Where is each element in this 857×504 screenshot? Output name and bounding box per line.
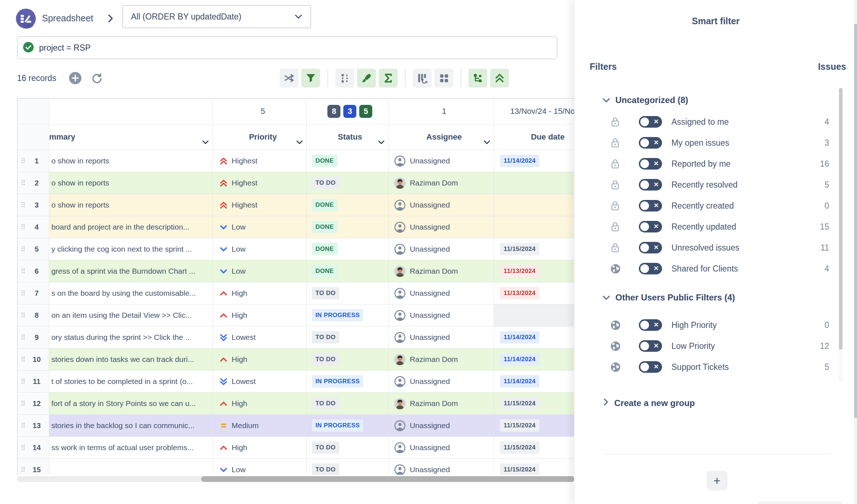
- drag-handle-icon[interactable]: ⠿: [21, 444, 26, 451]
- priority-cell[interactable]: Highest: [213, 172, 307, 194]
- due-date-cell[interactable]: 11/14/2024: [494, 326, 574, 348]
- filter-toggle[interactable]: ✕: [639, 361, 662, 373]
- sum-sigma-button[interactable]: [379, 69, 398, 87]
- assignee-cell[interactable]: Unassigned: [389, 150, 495, 172]
- row-number-cell[interactable]: ⠿ 4: [18, 216, 49, 238]
- assignee-cell[interactable]: Unassigned: [389, 304, 495, 326]
- drag-handle-icon[interactable]: ⠿: [21, 356, 26, 363]
- due-date-cell[interactable]: [494, 304, 574, 326]
- assignee-cell[interactable]: Unassigned: [389, 216, 495, 238]
- assignee-cell[interactable]: Raziman Dom: [389, 349, 495, 370]
- table-row[interactable]: ⠿ 3 o show in reports Highest DONE Unass…: [18, 194, 574, 216]
- drag-handle-icon[interactable]: ⠿: [21, 158, 26, 165]
- summary-cell[interactable]: fort of a story in Story Points so we ca…: [49, 393, 213, 414]
- chevron-down-icon[interactable]: [378, 137, 385, 147]
- drag-handle-icon[interactable]: ⠿: [21, 466, 26, 473]
- assignee-column-header[interactable]: Assignee: [389, 124, 495, 150]
- priority-cell[interactable]: Highest: [213, 150, 307, 172]
- assignee-cell[interactable]: Unassigned: [389, 194, 495, 216]
- due-date-cell[interactable]: 11/15/2024: [494, 437, 574, 458]
- table-row[interactable]: ⠿ 11 t of stories to be completed in a s…: [18, 371, 574, 393]
- filter-item[interactable]: ✕ Shared for Clients 4: [574, 258, 857, 279]
- due-date-cell[interactable]: 11/14/2024: [494, 371, 574, 392]
- summary-cell[interactable]: t of stories to be completed in a sprint…: [49, 371, 213, 392]
- status-cell[interactable]: DONE: [307, 260, 389, 282]
- filter-item[interactable]: ✕ High Priority 0: [574, 315, 857, 336]
- filter-item[interactable]: ✕ Recently created 0: [574, 195, 857, 216]
- filter-toggle[interactable]: ✕: [639, 158, 662, 170]
- row-number-cell[interactable]: ⠿ 11: [18, 371, 49, 392]
- drag-handle-icon[interactable]: ⠿: [21, 378, 26, 385]
- filter-item[interactable]: ✕ Recently resolved 5: [574, 174, 857, 195]
- summary-cell[interactable]: s on the board by using the customisable…: [49, 282, 213, 304]
- status-cell[interactable]: IN PROGRESS: [307, 304, 389, 326]
- row-number-cell[interactable]: ⠿ 10: [18, 349, 49, 370]
- status-cell[interactable]: TO DO: [307, 172, 389, 194]
- row-number-cell[interactable]: ⠿ 12: [18, 393, 49, 414]
- row-number-cell[interactable]: ⠿ 3: [18, 194, 49, 216]
- row-number-cell[interactable]: ⠿ 5: [18, 238, 49, 260]
- table-row[interactable]: ⠿ 5 y clicking the cog icon next to the …: [18, 238, 574, 260]
- table-row[interactable]: ⠿ 14 ss work in terms of actual user pro…: [18, 437, 574, 459]
- due-date-cell[interactable]: 11/14/2024: [494, 349, 574, 370]
- window-scrollbar-thumb[interactable]: [854, 24, 857, 418]
- filter-toggle[interactable]: ✕: [639, 340, 662, 352]
- assignee-cell[interactable]: Unassigned: [389, 371, 495, 392]
- due-date-cell[interactable]: [494, 194, 574, 216]
- assignee-cell[interactable]: Raziman Dom: [389, 393, 495, 414]
- status-cell[interactable]: DONE: [307, 238, 389, 260]
- due-date-cell[interactable]: [494, 172, 574, 194]
- filter-toggle[interactable]: ✕: [639, 242, 662, 253]
- priority-cell[interactable]: Low: [213, 459, 307, 475]
- filter-toggle[interactable]: ✕: [639, 116, 662, 128]
- add-record-button[interactable]: [69, 72, 82, 85]
- due-date-cell[interactable]: 11/15/2024: [494, 393, 574, 414]
- drag-handle-icon[interactable]: ⠿: [21, 180, 26, 187]
- chevron-down-icon[interactable]: [296, 137, 303, 147]
- status-cell[interactable]: IN PROGRESS: [307, 371, 389, 392]
- summary-cell[interactable]: stories down into tasks we can track dur…: [49, 349, 213, 370]
- refresh-button[interactable]: [90, 72, 103, 85]
- row-number-cell[interactable]: ⠿ 1: [18, 150, 49, 172]
- summary-cell[interactable]: ss work in terms of actual user problems…: [49, 437, 213, 458]
- priority-cell[interactable]: High: [213, 304, 307, 326]
- summary-cell[interactable]: o show in reports: [49, 194, 213, 216]
- row-number-cell[interactable]: ⠿ 8: [18, 304, 49, 326]
- table-row[interactable]: ⠿ 15 Low TO DO Unassigned 11/15/2024: [18, 459, 574, 475]
- summary-cell[interactable]: o show in reports: [49, 150, 213, 172]
- summary-cell[interactable]: y clicking the cog icon next to the spri…: [49, 238, 213, 260]
- filter-item[interactable]: ✕ Support Tickets 5: [574, 356, 857, 377]
- filter-group-header[interactable]: Uncategorized (8): [574, 91, 857, 109]
- jql-filter-input[interactable]: project = RSP: [17, 36, 557, 59]
- row-number-cell[interactable]: ⠿ 13: [18, 415, 49, 436]
- table-row[interactable]: ⠿ 2 o show in reports Highest TO DO Razi…: [18, 172, 574, 194]
- due-date-cell[interactable]: [494, 216, 574, 238]
- priority-cell[interactable]: Highest: [213, 194, 307, 216]
- table-row[interactable]: ⠿ 7 s on the board by using the customis…: [18, 282, 574, 304]
- drag-handle-icon[interactable]: ⠿: [21, 312, 26, 319]
- table-row[interactable]: ⠿ 10 stories down into tasks we can trac…: [18, 349, 574, 371]
- assignee-cell[interactable]: Unassigned: [389, 437, 495, 458]
- due-date-cell[interactable]: 11/15/2024: [494, 459, 574, 475]
- filter-item[interactable]: ✕ Assigned to me 4: [574, 111, 857, 132]
- paintbrush-button[interactable]: [357, 69, 376, 87]
- due-date-cell[interactable]: 11/14/2024: [494, 150, 574, 172]
- drag-handle-icon[interactable]: ⠿: [21, 224, 26, 231]
- filter-item[interactable]: ✕ Low Priority 12: [574, 336, 857, 356]
- filter-item[interactable]: ✕ Recently updated 15: [574, 216, 857, 237]
- assignee-cell[interactable]: Unassigned: [389, 459, 495, 475]
- drag-dots-button[interactable]: [335, 69, 354, 87]
- summary-cell[interactable]: board and project are in the description…: [49, 216, 213, 238]
- table-row[interactable]: ⠿ 1 o show in reports Highest DONE Unass…: [18, 150, 574, 172]
- create-new-group-button[interactable]: Create a new group: [574, 394, 857, 412]
- assignee-cell[interactable]: Unassigned: [389, 282, 495, 304]
- grid-button[interactable]: [434, 69, 453, 87]
- status-cell[interactable]: TO DO: [307, 437, 389, 458]
- filter-toggle[interactable]: ✕: [639, 179, 662, 191]
- priority-cell[interactable]: Low: [213, 238, 307, 260]
- row-number-cell[interactable]: ⠿ 2: [18, 172, 49, 194]
- filter-toggle[interactable]: ✕: [639, 263, 662, 274]
- row-number-cell[interactable]: ⠿ 9: [18, 326, 49, 348]
- table-row[interactable]: ⠿ 12 fort of a story in Story Points so …: [18, 393, 574, 415]
- priority-column-header[interactable]: Priority: [213, 124, 307, 150]
